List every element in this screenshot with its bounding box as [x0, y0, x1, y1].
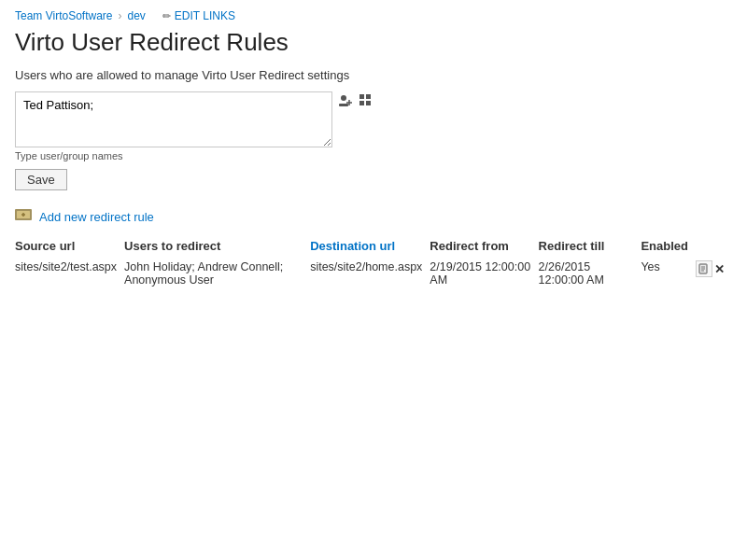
input-wrapper: Ted Pattison; Type user/group names	[15, 91, 332, 161]
svg-rect-5	[366, 94, 371, 99]
main-content: Users who are allowed to manage Virto Us…	[0, 68, 747, 290]
add-rule-row: Add new redirect rule	[15, 207, 732, 226]
breadcrumb-separator-1: ›	[119, 9, 122, 22]
add-rule-icon	[15, 207, 34, 226]
col-header-actions	[696, 235, 732, 257]
col-header-source-url: Source url	[15, 235, 124, 257]
enabled-value: Yes	[641, 260, 659, 273]
cell-users: John Holiday; Andrew Connell; Anonymous …	[124, 257, 310, 290]
user-group-input[interactable]: Ted Pattison;	[15, 91, 332, 147]
save-button[interactable]: Save	[15, 169, 67, 190]
edit-row-button[interactable]	[696, 260, 712, 277]
svg-rect-4	[359, 94, 364, 99]
table-row: sites/site2/test.aspx John Holiday; Andr…	[15, 257, 732, 290]
table-header-row: Source url Users to redirect Destination…	[15, 235, 732, 257]
delete-row-button[interactable]: ✕	[714, 262, 725, 276]
input-icons	[336, 91, 375, 114]
rules-table: Source url Users to redirect Destination…	[15, 235, 732, 290]
type-hint: Type user/group names	[15, 150, 332, 161]
cell-actions: ✕	[696, 257, 732, 290]
cell-destination-url: sites/site2/home.aspx	[310, 257, 430, 290]
user-input-row: Ted Pattison; Type user/group names	[15, 91, 732, 161]
person-add-icon[interactable]	[336, 91, 355, 110]
col-header-destination-url: Destination url	[310, 235, 430, 257]
breadcrumb: Team VirtoSoftware › dev ✏ EDIT LINKS	[0, 0, 747, 26]
svg-rect-0	[339, 104, 348, 106]
cell-enabled: Yes	[641, 257, 696, 290]
cell-redirect-from: 2/19/2015 12:00:00 AM	[430, 257, 538, 290]
svg-rect-6	[359, 101, 364, 105]
breadcrumb-team-link[interactable]: Team VirtoSoftware	[15, 9, 113, 22]
section-description: Users who are allowed to manage Virto Us…	[15, 68, 732, 82]
grid-icon[interactable]	[357, 91, 375, 110]
col-header-redirect-from: Redirect from	[430, 235, 538, 257]
svg-rect-7	[366, 101, 371, 105]
col-header-enabled: Enabled	[641, 235, 696, 257]
edit-links-area: ✏ EDIT LINKS	[162, 9, 235, 22]
col-header-redirect-till: Redirect till	[539, 235, 641, 257]
page-title: Virto User Redirect Rules	[0, 26, 747, 68]
breadcrumb-dev-link[interactable]: dev	[128, 9, 146, 22]
edit-links-link[interactable]: EDIT LINKS	[175, 9, 235, 22]
svg-point-1	[341, 95, 346, 101]
cell-source-url: sites/site2/test.aspx	[15, 257, 124, 290]
add-rule-link[interactable]: Add new redirect rule	[39, 210, 154, 224]
pencil-icon: ✏	[162, 10, 171, 22]
col-header-users: Users to redirect	[124, 235, 310, 257]
cell-redirect-till: 2/26/2015 12:00:00 AM	[539, 257, 641, 290]
save-row: Save	[15, 169, 732, 190]
action-icons: ✕	[696, 260, 725, 277]
